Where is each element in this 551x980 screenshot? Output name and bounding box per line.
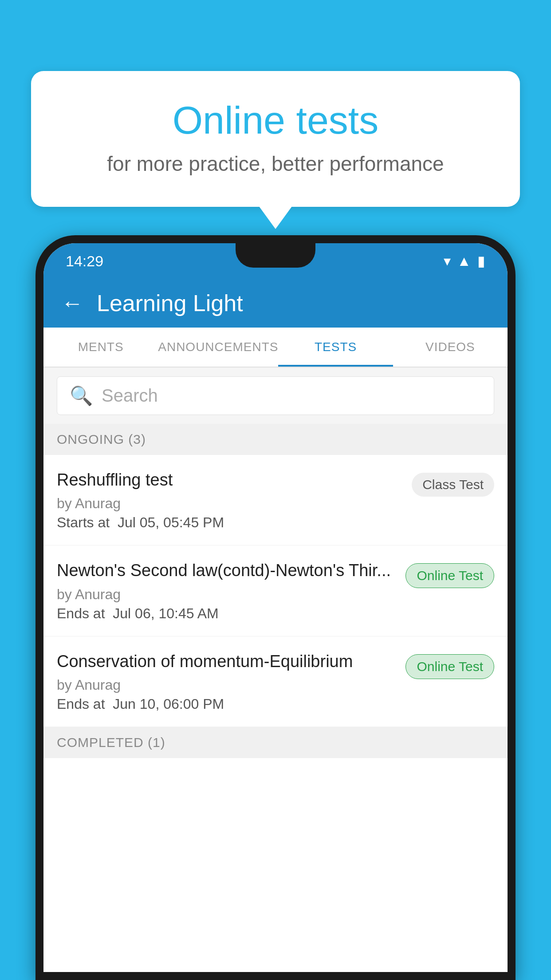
phone-notch	[236, 243, 315, 268]
test-date: Ends at Jul 06, 10:45 AM	[57, 605, 397, 622]
status-time: 14:29	[66, 253, 103, 270]
test-author: by Anurag	[57, 677, 397, 693]
status-bar: 14:29 ▾ ▲ ▮	[43, 243, 508, 279]
tab-tests[interactable]: TESTS	[278, 328, 393, 367]
phone-frame: 14:29 ▾ ▲ ▮ ← Learning Light MENTS ANNOU…	[35, 235, 516, 980]
test-author: by Anurag	[57, 495, 403, 512]
search-bar[interactable]: 🔍 Search	[57, 376, 494, 415]
back-button[interactable]: ←	[61, 290, 83, 316]
battery-icon: ▮	[477, 253, 485, 269]
search-input[interactable]: Search	[102, 386, 158, 406]
test-info: Conservation of momentum-Equilibrium by …	[57, 651, 405, 712]
class-test-badge: Class Test	[412, 473, 494, 497]
test-name: Newton's Second law(contd)-Newton's Thir…	[57, 560, 397, 581]
test-list: Reshuffling test by Anurag Starts at Jul…	[43, 455, 508, 972]
test-date: Ends at Jun 10, 06:00 PM	[57, 696, 397, 712]
tabs-bar: MENTS ANNOUNCEMENTS TESTS VIDEOS	[43, 328, 508, 368]
test-date: Starts at Jul 05, 05:45 PM	[57, 514, 403, 531]
app-title: Learning Light	[97, 290, 243, 316]
test-author: by Anurag	[57, 586, 397, 603]
status-icons: ▾ ▲ ▮	[444, 253, 485, 269]
completed-label: COMPLETED (1)	[57, 735, 165, 750]
test-item[interactable]: Reshuffling test by Anurag Starts at Jul…	[43, 455, 508, 545]
tab-videos[interactable]: VIDEOS	[393, 328, 508, 367]
wifi-icon: ▾	[444, 253, 451, 269]
search-container: 🔍 Search	[43, 368, 508, 424]
bubble-subtitle: for more practice, better performance	[53, 152, 498, 176]
test-item[interactable]: Newton's Second law(contd)-Newton's Thir…	[43, 545, 508, 636]
test-name: Conservation of momentum-Equilibrium	[57, 651, 397, 672]
app-header: ← Learning Light	[43, 279, 508, 328]
online-test-badge-2: Online Test	[405, 654, 494, 679]
ongoing-label: ONGOING (3)	[57, 432, 146, 447]
test-item[interactable]: Conservation of momentum-Equilibrium by …	[43, 636, 508, 727]
completed-section-header: COMPLETED (1)	[43, 727, 508, 758]
signal-icon: ▲	[457, 253, 471, 269]
phone-screen: 14:29 ▾ ▲ ▮ ← Learning Light MENTS ANNOU…	[43, 243, 508, 972]
test-name: Reshuffling test	[57, 469, 403, 491]
bubble-title: Online tests	[53, 98, 498, 143]
ongoing-section-header: ONGOING (3)	[43, 424, 508, 455]
tab-announcements[interactable]: ANNOUNCEMENTS	[158, 328, 278, 367]
test-info: Newton's Second law(contd)-Newton's Thir…	[57, 560, 405, 621]
online-test-badge: Online Test	[405, 563, 494, 588]
tab-ments[interactable]: MENTS	[43, 328, 158, 367]
speech-bubble: Online tests for more practice, better p…	[31, 71, 520, 207]
test-info: Reshuffling test by Anurag Starts at Jul…	[57, 469, 412, 531]
search-icon: 🔍	[70, 385, 93, 407]
